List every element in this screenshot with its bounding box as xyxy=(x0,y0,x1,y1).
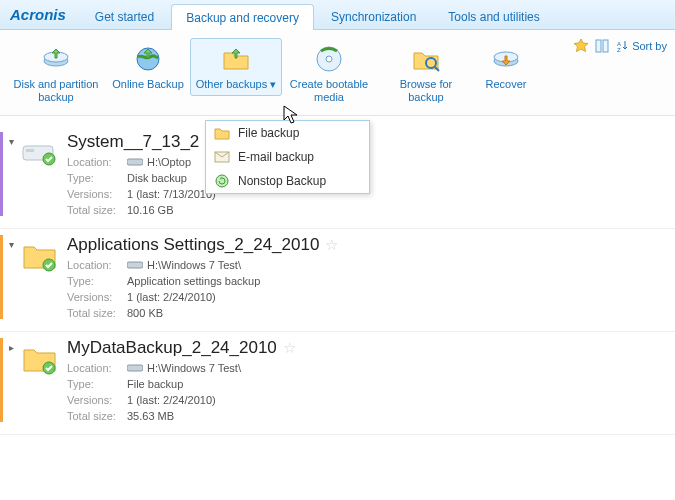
svg-rect-9 xyxy=(596,40,601,52)
versions-label: Versions: xyxy=(67,188,127,200)
svg-rect-10 xyxy=(603,40,608,52)
other-backups-menu: File backup E-mail backup Nonstop Backup xyxy=(205,120,370,194)
versions-label: Versions: xyxy=(67,291,127,303)
chevron-down-icon: ▾ xyxy=(270,78,276,90)
browse-for-backup-button[interactable]: Browse for backup xyxy=(376,38,476,109)
location-value: H:\Optop xyxy=(147,156,191,168)
backup-title: Applications Settings_2_24_2010 xyxy=(67,235,319,255)
type-label: Type: xyxy=(67,172,127,184)
favorite-star-icon[interactable]: ☆ xyxy=(283,339,296,357)
folder-icon xyxy=(19,235,59,275)
favorite-star-icon[interactable]: ☆ xyxy=(325,236,338,254)
sort-by-button[interactable]: AZ Sort by xyxy=(615,39,667,53)
svg-rect-20 xyxy=(127,365,143,371)
type-value: Disk backup xyxy=(127,172,187,184)
backup-title: System__7_13_2 xyxy=(67,132,199,152)
favorite-button[interactable] xyxy=(573,38,589,54)
svg-text:Z: Z xyxy=(617,47,621,53)
category-stripe xyxy=(0,338,3,422)
disk-partition-backup-button[interactable]: Disk and partition backup xyxy=(6,38,106,109)
disk-backup-icon xyxy=(40,43,72,75)
expand-toggle[interactable]: ▾ xyxy=(9,235,19,319)
tab-tools-utilities[interactable]: Tools and utilities xyxy=(433,3,554,29)
versions-value: 1 (last: 2/24/2010) xyxy=(127,291,216,303)
brand-logo: Acronis xyxy=(4,6,80,29)
menu-item-nonstop-backup[interactable]: Nonstop Backup xyxy=(206,169,369,193)
sort-icon: AZ xyxy=(615,39,629,53)
svg-rect-18 xyxy=(127,262,143,268)
menu-item-file-backup[interactable]: File backup xyxy=(206,121,369,145)
category-stripe xyxy=(0,235,3,319)
svg-point-4 xyxy=(326,56,332,62)
location-label: Location: xyxy=(67,156,127,168)
backup-entry[interactable]: ▾ Applications Settings_2_24_2010☆ Locat… xyxy=(0,229,675,332)
nonstop-icon xyxy=(214,173,230,189)
drive-icon xyxy=(127,363,143,373)
toggle-button[interactable] xyxy=(595,38,609,54)
menu-item-email-backup[interactable]: E-mail backup xyxy=(206,145,369,169)
location-label: Location: xyxy=(67,362,127,374)
folder-backup-icon xyxy=(220,43,252,75)
totalsize-value: 10.16 GB xyxy=(127,204,173,216)
drive-icon xyxy=(127,260,143,270)
tab-strip: Acronis Get started Backup and recovery … xyxy=(0,0,675,30)
versions-value: 1 (last: 7/13/2010) xyxy=(127,188,216,200)
envelope-icon xyxy=(214,149,230,165)
tab-synchronization[interactable]: Synchronization xyxy=(316,3,431,29)
recover-icon xyxy=(490,43,522,75)
svg-rect-14 xyxy=(26,149,34,152)
type-value: Application settings backup xyxy=(127,275,260,287)
svg-rect-16 xyxy=(127,159,143,165)
tab-backup-recovery[interactable]: Backup and recovery xyxy=(171,4,314,30)
totalsize-value: 800 KB xyxy=(127,307,163,319)
backup-entry[interactable]: ▸ MyDataBackup_2_24_2010☆ Location: H:\W… xyxy=(0,332,675,435)
type-label: Type: xyxy=(67,275,127,287)
location-value: H:\Windows 7 Test\ xyxy=(147,259,241,271)
other-backups-button[interactable]: Other backups ▾ xyxy=(190,38,282,96)
toggle-icon xyxy=(595,38,609,54)
totalsize-label: Total size: xyxy=(67,204,127,216)
folder-icon xyxy=(19,338,59,378)
expand-toggle[interactable]: ▸ xyxy=(9,338,19,422)
globe-icon xyxy=(132,43,164,75)
disk-icon xyxy=(19,132,59,172)
disc-icon xyxy=(313,43,345,75)
type-value: File backup xyxy=(127,378,183,390)
type-label: Type: xyxy=(67,378,127,390)
totalsize-label: Total size: xyxy=(67,307,127,319)
search-icon xyxy=(410,43,442,75)
totalsize-label: Total size: xyxy=(67,410,127,422)
totalsize-value: 35.63 MB xyxy=(127,410,174,422)
create-bootable-media-button[interactable]: Create bootable media xyxy=(282,38,376,109)
tab-get-started[interactable]: Get started xyxy=(80,3,169,29)
backup-title: MyDataBackup_2_24_2010 xyxy=(67,338,277,358)
expand-toggle[interactable]: ▾ xyxy=(9,132,19,216)
star-icon xyxy=(573,38,589,54)
location-label: Location: xyxy=(67,259,127,271)
location-value: H:\Windows 7 Test\ xyxy=(147,362,241,374)
online-backup-button[interactable]: Online Backup xyxy=(106,38,190,96)
svg-point-22 xyxy=(216,175,228,187)
drive-icon xyxy=(127,157,143,167)
versions-value: 1 (last: 2/24/2010) xyxy=(127,394,216,406)
ribbon-toolbar: Disk and partition backup Online Backup … xyxy=(0,30,675,116)
versions-label: Versions: xyxy=(67,394,127,406)
folder-icon xyxy=(214,125,230,141)
recover-button[interactable]: Recover xyxy=(476,38,536,96)
category-stripe xyxy=(0,132,3,216)
